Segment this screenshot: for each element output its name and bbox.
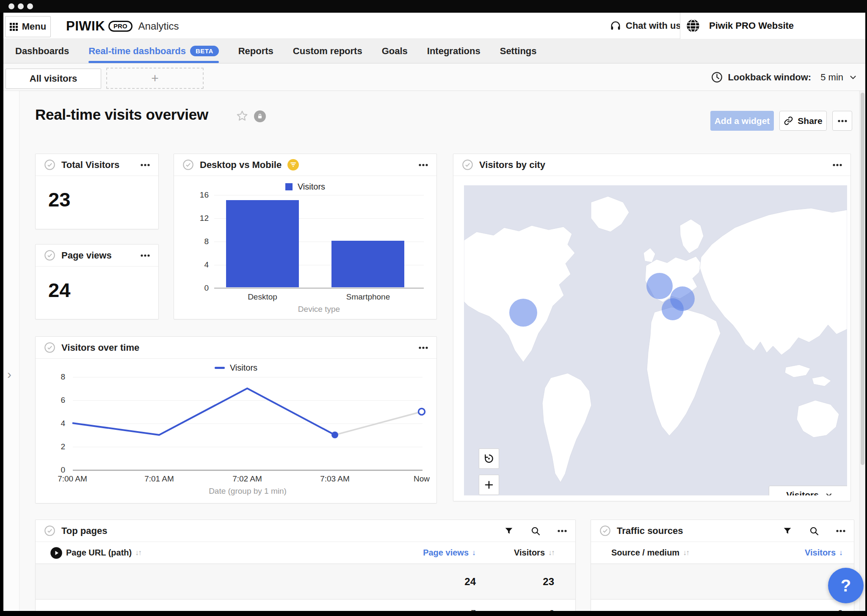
widget-status-check-icon [44,250,55,261]
widget-menu-button[interactable] [836,530,845,532]
magnifier-icon [809,526,819,536]
add-dashboard-tab-button[interactable]: + [106,68,204,89]
funnel-icon [783,526,792,536]
window-titlebar [0,0,867,13]
widget-menu-button[interactable] [558,530,567,532]
globe-icon [686,19,700,33]
funnel-icon [504,526,514,536]
favorite-star-icon[interactable] [236,110,249,124]
add-widget-button[interactable]: Add a widget [710,111,774,131]
table-row[interactable]: /pricing/ 7 29.17% 6 26.09% [36,600,575,611]
dashboard-more-button[interactable] [832,111,852,131]
tab-custom-reports[interactable]: Custom reports [293,39,362,63]
window-minimize-button[interactable] [18,3,24,9]
table-header-row: Source / medium ↓↑ Visitors ↓ [591,542,854,564]
widget-title: Top pages [61,525,107,536]
city-bubble-north-america-east[interactable] [509,299,537,327]
widget-menu-button[interactable] [419,164,428,166]
totals-visitors: 23 [476,576,554,588]
map-metric-dropdown[interactable]: Visitors [769,486,847,495]
tab-real-time-dashboards[interactable]: Real-time dashboards BETA [88,39,219,63]
map-reset-button[interactable] [479,448,499,469]
menu-label: Menu [22,21,46,32]
widget-title: Total Visitors [61,160,119,170]
x-tick: 7:01 AM [134,474,185,484]
ellipsis-icon [558,530,567,532]
scrollbar-thumb[interactable] [861,93,864,465]
tab-dashboards[interactable]: Dashboards [15,39,69,63]
filter-applied-badge-icon[interactable] [287,159,299,170]
page-title: Real-time visits overview [35,106,208,123]
page-views-value: 7 [398,608,476,611]
column-header-page-url[interactable]: Page URL (path) ↓↑ [36,547,398,559]
totals-row: 23 [591,564,854,600]
help-button[interactable]: ? [828,568,864,603]
x-tick: 7:03 AM [309,474,360,484]
column-header-source-medium[interactable]: Source / medium ↓↑ [591,548,775,558]
plus-icon [484,480,494,490]
total-visitors-value: 23 [36,176,158,211]
chat-with-us-link[interactable]: Chat with us [610,13,681,39]
tab-integrations[interactable]: Integrations [427,39,480,63]
vertical-scrollbar [859,91,865,611]
menu-button[interactable]: Menu [5,16,51,37]
ellipsis-icon [836,530,845,532]
share-button[interactable]: Share [779,111,827,131]
x-tick: 7:02 AM [222,474,273,484]
widget-status-check-icon [44,159,55,170]
site-selector[interactable]: Piwik PRO Website [680,13,865,39]
grid-menu-icon [10,23,18,31]
column-header-visitors[interactable]: Visitors ↓↑ [476,548,554,558]
widget-title: Desktop vs Mobile [200,160,282,170]
visitors-value: 6 [476,608,554,611]
sort-both-icon: ↓↑ [683,548,689,557]
ellipsis-icon [833,164,842,166]
sort-both-icon: ↓↑ [548,548,554,557]
dashboard-content: › Real-time visits overview Add a widget… [3,91,865,611]
lookback-window-control[interactable]: Lookback window: 5 min [711,63,858,91]
totals-page-views: 24 [398,576,476,588]
magnifier-icon [530,526,541,536]
window-close-button[interactable] [8,3,14,9]
map-zoom-in-button[interactable] [479,475,499,495]
tab-reports[interactable]: Reports [238,39,273,63]
page-views-value: 24 [36,267,158,302]
widget-title: Visitors by city [479,160,545,170]
widget-menu-button[interactable] [141,164,150,166]
widget-top-pages: Top pages Page URL (path) ↓↑ Page views … [35,520,576,611]
bar-chart-legend: Visitors [174,182,436,192]
table-row[interactable]: bing / ppc 9 39.13% [591,600,854,611]
widget-menu-button[interactable] [833,164,842,166]
city-bubble-western-europe[interactable] [646,273,673,299]
filter-button[interactable] [783,526,792,536]
link-icon [784,116,793,126]
brand-pro-badge: PRO [108,21,133,32]
chevron-down-icon [825,491,833,496]
x-tick: Now [396,474,447,484]
y-tick: 16 [183,190,209,200]
bar-smartphone [331,241,404,287]
search-button[interactable] [809,526,819,536]
filter-button[interactable] [504,526,514,536]
widget-menu-button[interactable] [141,254,150,257]
tab-settings[interactable]: Settings [500,39,537,63]
widget-status-check-icon [44,525,55,536]
visitors-value: 9 [775,608,843,611]
lookback-value: 5 min [820,72,843,83]
tab-goals[interactable]: Goals [382,39,408,63]
ellipsis-icon [141,164,150,166]
column-header-page-views[interactable]: Page views ↓ [398,548,476,558]
world-map[interactable]: Visitors [464,185,847,495]
column-header-visitors[interactable]: Visitors ↓ [775,548,843,558]
lookback-label: Lookback window: [728,72,811,83]
segment-tab-all-visitors[interactable]: All visitors [6,69,101,89]
widget-page-views: Page views 24 [35,244,159,319]
expand-sidebar-chevron-icon[interactable]: › [7,368,11,381]
search-button[interactable] [530,526,541,536]
plus-icon: + [151,71,159,85]
window-zoom-button[interactable] [27,3,33,9]
widget-status-check-icon [182,159,194,170]
widget-traffic-sources: Traffic sources Source / medium ↓↑ Visit… [591,520,854,611]
screenshot-stage: Menu PIWIK PRO Analytics Chat with us Pi… [0,0,867,616]
collapsed-sidebar-rail: › [3,91,19,611]
